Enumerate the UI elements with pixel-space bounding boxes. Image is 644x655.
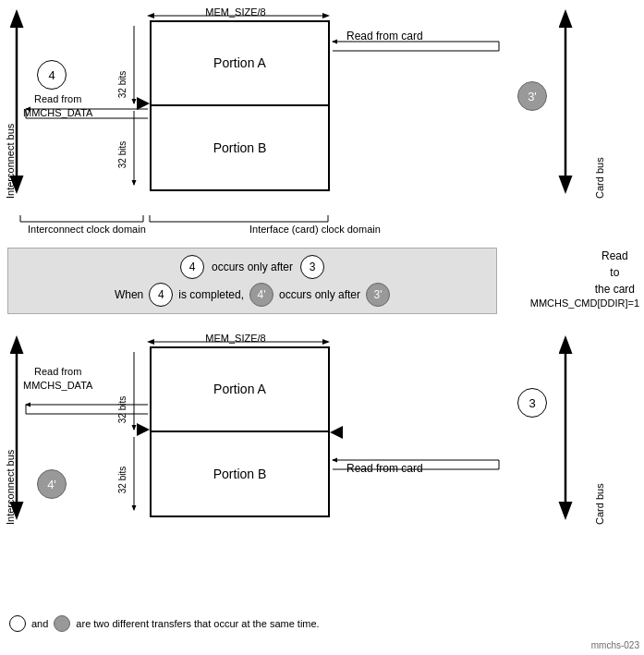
portion-b-top: Portion B <box>152 106 328 190</box>
middle-row-2: When 4 is completed, 4' occurs only afte… <box>115 283 390 307</box>
circle-3-bottom: 3 <box>517 388 547 418</box>
circle-4-top: 4 <box>37 60 67 90</box>
bits-label-bottom-a: 32 bits <box>117 396 128 423</box>
circle-3prime-top: 3' <box>517 81 547 111</box>
circle-3-mid-r1: 3 <box>300 255 324 279</box>
svg-marker-29 <box>137 423 150 436</box>
legend-open-circle <box>9 615 26 632</box>
svg-marker-11 <box>137 97 150 110</box>
middle-row-1: 4 occurs only after 3 <box>180 255 324 279</box>
is-completed-label: is completed, <box>178 288 244 301</box>
legend-and: and <box>31 618 48 629</box>
legend-desc: are two different transfers that occur a… <box>76 618 319 629</box>
clock-domain-left: Interconnect clock domain <box>28 224 146 235</box>
diagram-container: MEM_SIZE/8 Portion A Portion B 32 bits 3… <box>0 0 644 655</box>
portion-a-top: Portion A <box>152 22 328 106</box>
read-from-card-bottom: Read from card <box>346 462 423 475</box>
clock-domain-right: Interface (card) clock domain <box>249 224 381 235</box>
legend-gray-circle <box>54 615 70 632</box>
circle-4prime-bottom: 4' <box>37 469 67 499</box>
circle-3prime-mid-r2: 3' <box>366 283 390 307</box>
circle-4prime-mid-r2: 4' <box>249 283 273 307</box>
portion-b-bottom: Portion B <box>152 432 328 516</box>
mem-size-label-bottom: MEM_SIZE/8 <box>162 333 310 344</box>
mmchs-cmd-label: MMCHS_CMD[DDIR]=1 <box>530 297 639 309</box>
portion-a-bottom: Portion A <box>152 348 328 432</box>
interconnect-bus-label-bottom: Interconnect bus <box>5 354 16 525</box>
legend: and are two different transfers that occ… <box>9 615 320 632</box>
read-from-mmchs-top: Read fromMMCHS_DATA <box>23 92 92 121</box>
circle-4-mid-r2: 4 <box>149 283 173 307</box>
mem-block-bottom: Portion A Portion B <box>150 346 330 517</box>
when-label: When <box>115 288 143 301</box>
card-bus-label-top: Card bus <box>594 28 605 199</box>
interconnect-bus-label-top: Interconnect bus <box>5 28 16 199</box>
svg-marker-30 <box>330 426 343 439</box>
bits-label-bottom-b: 32 bits <box>117 467 128 493</box>
read-from-mmchs-bottom: Read fromMMCHS_DATA <box>23 365 92 394</box>
read-from-card-top: Read from card <box>346 30 423 42</box>
footer-label: mmchs-023 <box>591 640 639 650</box>
circle-4-mid-r1: 4 <box>180 255 204 279</box>
read-to-card-label: Readtothe card <box>595 248 635 297</box>
mem-size-label-top: MEM_SIZE/8 <box>162 6 310 18</box>
bits-label-top-a: 32 bits <box>117 71 128 98</box>
occurs-only-after-r2: occurs only after <box>279 288 360 301</box>
mem-block-top: Portion A Portion B <box>150 20 330 191</box>
card-bus-label-bottom: Card bus <box>594 354 605 525</box>
bits-label-top-b: 32 bits <box>117 141 128 168</box>
middle-box: 4 occurs only after 3 When 4 is complete… <box>7 248 497 314</box>
occurs-only-after-r1: occurs only after <box>212 261 293 273</box>
